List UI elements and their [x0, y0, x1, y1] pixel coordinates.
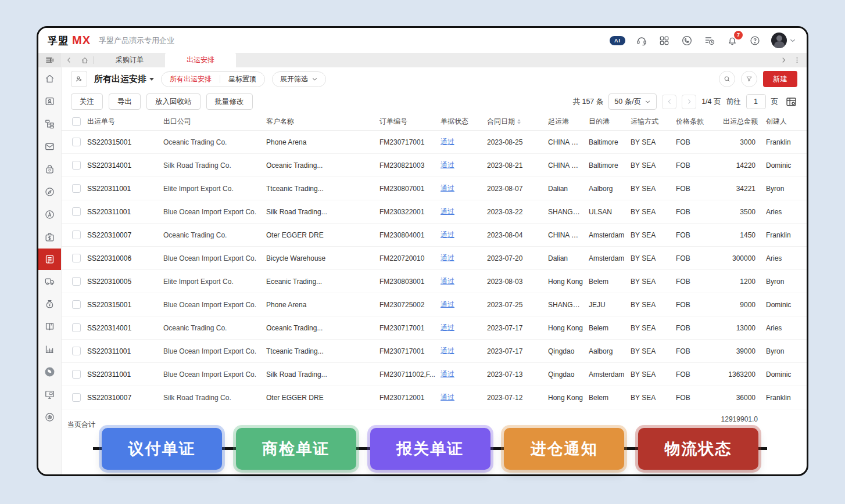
status-link[interactable]: 通过 [441, 231, 454, 239]
table-row[interactable]: SS220310007 Silk Road Trading Co. Oter E… [62, 386, 807, 409]
toolbar-button-4[interactable]: 批量修改 [206, 93, 253, 110]
sidebar-item-shipping-doc[interactable] [38, 249, 61, 270]
sidebar-item-mail[interactable] [38, 135, 61, 158]
status-link[interactable]: 通过 [441, 207, 454, 215]
assignee-filter-button[interactable] [71, 71, 87, 87]
creator-cell: Byron [760, 278, 807, 286]
segment-all[interactable]: 所有出运安排 [162, 72, 220, 87]
row-checkbox[interactable] [72, 370, 81, 379]
sidebar-item-notebook[interactable] [38, 315, 61, 338]
row-checkbox[interactable] [72, 254, 81, 262]
status-link[interactable]: 通过 [441, 277, 454, 285]
home-tab-button[interactable] [76, 53, 94, 67]
tab-forward-icon[interactable] [780, 56, 787, 64]
status-link[interactable]: 通过 [441, 323, 454, 332]
search-button[interactable] [719, 71, 735, 87]
sidebar-item-id-card[interactable] [38, 90, 61, 113]
row-checkbox[interactable] [72, 138, 81, 146]
sidebar-item-briefcase-dollar[interactable] [38, 226, 61, 249]
row-checkbox[interactable] [72, 393, 81, 402]
status-link[interactable]: 通过 [441, 184, 454, 192]
tab-back-button[interactable] [62, 53, 76, 67]
table-row[interactable]: SS220310006 Blue Ocean Import Export Co.… [62, 247, 807, 270]
prev-page-button[interactable] [662, 95, 676, 109]
toolbar-button-2[interactable]: 导出 [109, 93, 141, 110]
sidebar-item-home[interactable] [38, 67, 61, 90]
sidebar-item-a-circle[interactable] [38, 203, 61, 226]
expand-filter-button[interactable]: 展开筛选 [272, 71, 326, 87]
next-page-button[interactable] [682, 95, 696, 109]
flow-button-3[interactable]: 报关单证 [370, 428, 490, 470]
status-link[interactable]: 通过 [441, 138, 454, 146]
table-row[interactable]: SS220314001 Oceanic Trading Co. Oceanic … [62, 316, 807, 340]
exporter-cell: Silk Road Trading Co. [163, 161, 266, 170]
table-row[interactable]: SS220314001 Silk Road Trading Co. Oceani… [62, 154, 807, 177]
sidebar-item-shopping-bag[interactable] [38, 158, 61, 181]
sidebar-item-money-bag[interactable] [38, 293, 61, 315]
avatar[interactable] [771, 33, 787, 48]
table-row[interactable]: SS220311001 Elite Import Export Co. Ttce… [62, 177, 807, 200]
sidebar-item-monitor[interactable] [38, 383, 61, 406]
task-list-button[interactable] [703, 34, 716, 47]
sidebar-item-bar-chart[interactable] [38, 338, 61, 361]
status-link[interactable]: 通过 [441, 347, 454, 355]
tab-2[interactable]: 出运安排 [165, 53, 236, 67]
ai-assistant-button[interactable]: AI [610, 36, 625, 45]
sort-icon[interactable] [517, 119, 521, 124]
filter-button[interactable] [741, 71, 757, 87]
sidebar-item-truck[interactable] [38, 270, 61, 293]
page-size-select[interactable]: 50 条/页 [608, 93, 657, 110]
table-row[interactable]: SS220310005 Elite Import Export Co. Ecea… [62, 270, 807, 293]
bell-button[interactable]: 7 [726, 34, 739, 47]
toolbar-button-1[interactable]: 关注 [71, 93, 103, 110]
sidebar-item-gear[interactable] [38, 406, 61, 429]
row-checkbox[interactable] [72, 161, 81, 170]
customer-cell: Ttceanic Trading... [266, 185, 379, 193]
row-checkbox[interactable] [72, 207, 81, 216]
flow-button-1[interactable]: 议付单证 [102, 428, 222, 470]
row-checkbox[interactable] [72, 323, 81, 332]
segment-starred[interactable]: 星标置顶 [220, 72, 264, 87]
tab-more-icon[interactable] [793, 56, 801, 64]
user-menu[interactable] [771, 33, 796, 48]
table-row[interactable]: SS220310007 Oceanic Trading Co. Oter EGG… [62, 224, 807, 247]
new-button[interactable]: 新建 [763, 71, 797, 87]
flow-button-2[interactable]: 商检单证 [236, 428, 356, 470]
column-settings-icon[interactable] [785, 96, 797, 108]
row-checkbox[interactable] [72, 277, 81, 286]
table-row[interactable]: SS220315001 Blue Ocean Import Export Co.… [62, 293, 807, 316]
row-checkbox[interactable] [72, 300, 81, 309]
sidebar-item-compass[interactable] [38, 181, 61, 203]
status-link[interactable]: 通过 [441, 393, 454, 401]
row-checkbox[interactable] [72, 231, 81, 239]
row-checkbox[interactable] [72, 347, 81, 355]
collapse-menu-button[interactable] [38, 53, 61, 67]
header-right: AI 7 [610, 33, 796, 48]
flow-button-5[interactable]: 物流状态 [638, 428, 758, 470]
app-body: 采购订单出运安排 所有出运安排 所有出运安排 星标置顶 [38, 53, 807, 474]
toolbar-button-3[interactable]: 放入回收站 [146, 93, 200, 110]
table-row[interactable]: SS220315001 Oceanic Trading Co. Phone Ar… [62, 131, 807, 154]
status-link[interactable]: 通过 [441, 254, 454, 262]
status-link[interactable]: 通过 [441, 161, 454, 169]
sidebar-item-whatsapp[interactable] [38, 361, 61, 383]
table-row[interactable]: SS220311001 Blue Ocean Import Export Co.… [62, 340, 807, 363]
phone-button[interactable] [681, 34, 693, 47]
column-header[interactable]: 合同日期 [487, 117, 548, 127]
sidebar-item-org-chart[interactable] [38, 113, 61, 135]
table-row[interactable]: SS220311001 Blue Ocean Import Export Co.… [62, 363, 807, 386]
app-grid-button[interactable] [658, 34, 671, 47]
mail-icon [44, 141, 55, 152]
goto-page-input[interactable]: 1 [746, 94, 766, 109]
headset-button[interactable] [635, 34, 648, 47]
table-row[interactable]: SS220311001 Blue Ocean Import Export Co.… [62, 200, 807, 224]
view-title-dropdown[interactable]: 所有出运安排 [94, 74, 154, 85]
select-all-checkbox[interactable] [72, 117, 81, 126]
tab-1[interactable]: 采购订单 [94, 53, 165, 67]
status-link[interactable]: 通过 [441, 370, 454, 378]
status-link[interactable]: 通过 [441, 300, 454, 308]
chevron-down-icon[interactable] [789, 37, 796, 44]
flow-button-4[interactable]: 进仓通知 [504, 428, 624, 470]
help-button[interactable] [749, 34, 761, 47]
row-checkbox[interactable] [72, 184, 81, 193]
